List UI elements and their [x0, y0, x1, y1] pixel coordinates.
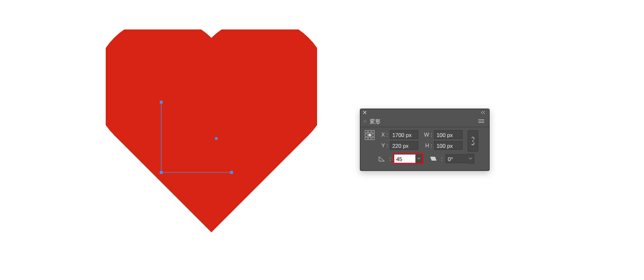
- shear-field-group: 0°: [445, 154, 474, 164]
- chevron-down-icon: [468, 157, 472, 160]
- w-field-group: W : 100 px: [423, 130, 463, 139]
- y-label: Y :: [379, 142, 388, 148]
- selection-center-point: [215, 137, 218, 140]
- shear-icon: [430, 156, 438, 162]
- panel-collapse-button[interactable]: [480, 110, 487, 115]
- heart-shape-group: [106, 29, 317, 241]
- x-label: X :: [379, 132, 388, 138]
- y-input[interactable]: 220 px: [390, 141, 418, 150]
- x-field-group: X : 1700 px: [379, 130, 418, 139]
- close-icon: [363, 111, 367, 114]
- shear-input[interactable]: 0°: [445, 154, 467, 163]
- panel-menu-button[interactable]: [478, 117, 486, 124]
- panel-titlebar[interactable]: [360, 109, 489, 116]
- w-input[interactable]: 100 px: [434, 130, 463, 139]
- panel-body: X : 1700 px Y : 220 px W : 100 px H : 10…: [360, 127, 489, 170]
- anchor-right[interactable]: [230, 171, 233, 174]
- panel-tabbar: ◇ 変形: [360, 116, 489, 127]
- link-icon: [470, 137, 475, 145]
- chevron-down-icon: [417, 157, 421, 160]
- panel-close-button[interactable]: [362, 111, 367, 115]
- reference-point-grid[interactable]: [365, 130, 375, 140]
- canvas-area[interactable]: [0, 0, 644, 280]
- h-input[interactable]: 100 px: [434, 141, 463, 150]
- tab-transform[interactable]: 変形: [368, 117, 382, 126]
- h-label: H :: [423, 142, 432, 148]
- rotate-icon: [378, 156, 386, 162]
- anchor-corner[interactable]: [160, 171, 163, 174]
- anchor-top[interactable]: [160, 101, 163, 104]
- shear-dropdown[interactable]: [467, 154, 474, 164]
- x-input[interactable]: 1700 px: [390, 130, 418, 139]
- w-label: W :: [423, 132, 432, 138]
- heart-svg: [106, 29, 317, 241]
- rotate-field-group: 45: [394, 154, 423, 164]
- transform-panel: ◇ 変形 X : 1700 px Y : 220 px: [360, 109, 490, 171]
- chevron-left-icon: [481, 111, 487, 114]
- rotate-colon: :: [389, 156, 391, 162]
- rotate-input[interactable]: 45: [394, 154, 415, 163]
- shear-colon: :: [440, 156, 442, 162]
- y-field-group: Y : 220 px: [379, 141, 418, 150]
- constrain-proportions-button[interactable]: [468, 130, 478, 152]
- h-field-group: H : 100 px: [423, 141, 463, 150]
- reference-point-widget[interactable]: [364, 130, 375, 140]
- rotate-dropdown[interactable]: [415, 154, 423, 164]
- panel-tab-indicator: ◇: [363, 119, 367, 124]
